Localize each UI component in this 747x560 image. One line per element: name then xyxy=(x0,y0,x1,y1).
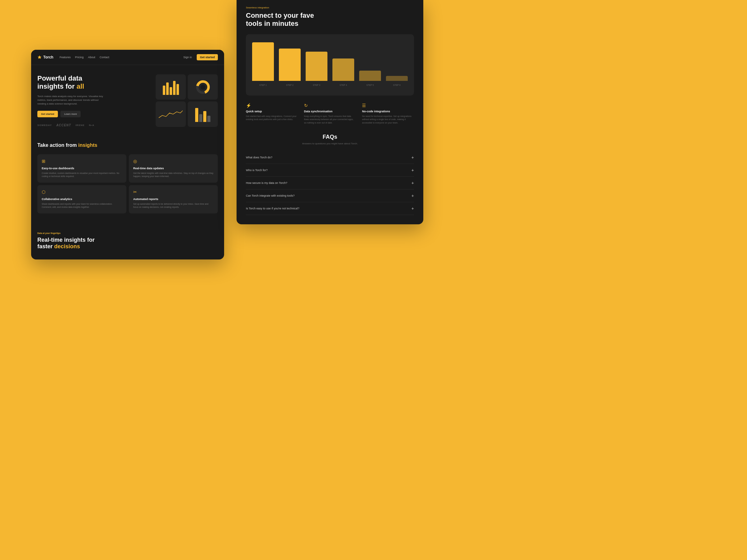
mini-bar-2 xyxy=(166,82,169,95)
faq-item-4[interactable]: Can Torch integrate with existing tools?… xyxy=(246,189,414,202)
torch-logo-icon xyxy=(37,55,42,59)
faq-plus-2: + xyxy=(411,168,414,173)
bar-label-5: STEP 5 xyxy=(359,84,381,86)
learn-more-button[interactable]: Learn more xyxy=(60,111,81,117)
reports-desc: Set up automated reports to be delivered… xyxy=(133,203,213,209)
mini-donut-chart-card xyxy=(188,74,218,100)
feature-card-reports: ✂ Automated reports Set up automated rep… xyxy=(129,185,218,213)
data-sync-title: Data synchronisation xyxy=(304,110,356,113)
feature-quick-setup: ⚡ Quick setup Get started fast with easy… xyxy=(246,103,298,125)
faq-question-3: How secure is my data on Torch? xyxy=(246,181,287,185)
brand-irene: IRENE xyxy=(75,124,84,127)
integration-title: Connect to your favetools in minutes xyxy=(246,11,414,28)
bar-group-3 xyxy=(306,52,328,81)
brand-accent: Accent xyxy=(56,124,71,127)
hero-section: Powerful data insights for all Torch mak… xyxy=(31,65,224,133)
dashboards-icon: ⊞ xyxy=(42,159,122,164)
navbar: Torch Features Pricing About Contact Sig… xyxy=(31,50,224,65)
small-bar-4 xyxy=(207,116,210,122)
faq-item-5[interactable]: Is Torch easy to use if you're not techn… xyxy=(246,202,414,215)
reports-title: Automated reports xyxy=(133,197,213,201)
faq-question-4: Can Torch integrate with existing tools? xyxy=(246,194,294,197)
bar-group-5 xyxy=(359,71,381,81)
mini-line-chart-card xyxy=(156,101,186,127)
nav-links: Features Pricing About Contact xyxy=(59,56,181,59)
bar-label-2: STEP 2 xyxy=(279,84,301,86)
nav-link-features[interactable]: Features xyxy=(59,56,71,59)
features-icons-row: ⚡ Quick setup Get started fast with easy… xyxy=(236,103,423,125)
nav-logo: Torch xyxy=(37,55,53,59)
dashboards-desc: Create intuitive, custom dashboards to v… xyxy=(42,172,122,178)
no-code-title: No-code integrations xyxy=(362,110,414,113)
no-code-icon: ☰ xyxy=(362,103,414,108)
bar-label-3: STEP 3 xyxy=(306,84,328,86)
quick-setup-desc: Get started fast with easy integrations.… xyxy=(246,115,298,121)
bar-1 xyxy=(252,42,274,81)
bar-group-4 xyxy=(332,58,354,81)
mini-small-bars xyxy=(195,106,210,122)
faq-title: FAQs xyxy=(246,134,414,140)
bar-group-1 xyxy=(252,42,274,81)
right-panel: Seamless integration Connect to your fav… xyxy=(236,0,423,224)
brand-na: n•a xyxy=(89,124,94,127)
nav-link-about[interactable]: About xyxy=(88,56,96,59)
faq-plus-5: + xyxy=(411,206,414,211)
realtime-desc: Get the latest insights with real-time d… xyxy=(133,172,213,178)
feature-card-realtime: ◎ Real-time data updates Get the latest … xyxy=(129,154,218,183)
data-sync-icon: ↻ xyxy=(304,103,356,108)
no-code-desc: No need for technical expertise. Set up … xyxy=(362,115,414,125)
faq-plus-4: + xyxy=(411,193,414,198)
bar-6 xyxy=(386,76,408,81)
faq-question-5: Is Torch easy to use if you're not techn… xyxy=(246,207,300,210)
mini-bar-3 xyxy=(170,87,172,95)
faq-item-2[interactable]: Who is Torch for? + xyxy=(246,164,414,177)
svg-point-2 xyxy=(201,85,205,89)
feature-card-dashboards: ⊞ Easy-to-use dashboards Create intuitiv… xyxy=(37,154,126,183)
nav-link-contact[interactable]: Contact xyxy=(100,56,109,59)
faq-plus-3: + xyxy=(411,181,414,185)
signin-button[interactable]: Sign in xyxy=(181,54,195,60)
realtime-title: Real-time data updates xyxy=(133,167,213,170)
nav-link-pricing[interactable]: Pricing xyxy=(75,56,84,59)
nav-logo-text: Torch xyxy=(43,55,53,59)
faq-question-2: Who is Torch for? xyxy=(246,169,268,172)
mini-donut-chart xyxy=(195,79,211,95)
bar-3 xyxy=(306,52,328,81)
integration-tag: Seamless integration xyxy=(246,6,414,9)
bar-2 xyxy=(279,49,301,81)
mini-bar-chart xyxy=(163,79,179,95)
mini-bar-4 xyxy=(173,81,176,95)
hero-title: Powerful data insights for all xyxy=(37,74,149,91)
bar-label-1: STEP 1 xyxy=(252,84,274,86)
bar-label-6: STEP 6 xyxy=(386,84,408,86)
big-bar-chart xyxy=(252,41,408,81)
integration-section: Seamless integration Connect to your fav… xyxy=(236,0,423,28)
hero-buttons: Get started Learn more xyxy=(37,111,149,117)
faq-item-1[interactable]: What does Torch do? + xyxy=(246,151,414,164)
bottom-section: Data at your fingertips Real-time insigh… xyxy=(31,223,224,260)
nav-actions: Sign in Get started xyxy=(181,54,218,60)
mini-small-bars-card xyxy=(188,101,218,127)
bar-label-4: STEP 4 xyxy=(332,84,354,86)
big-chart-container: STEP 1 STEP 2 STEP 3 STEP 4 STEP 5 STEP … xyxy=(246,34,414,96)
mini-bar-chart-card xyxy=(156,74,186,100)
faq-question-1: What does Torch do? xyxy=(246,156,272,159)
small-bar-2 xyxy=(199,114,202,122)
collab-icon: ⬡ xyxy=(42,189,122,194)
faq-section: FAQs Answers to questions you might have… xyxy=(236,134,423,215)
bar-labels: STEP 1 STEP 2 STEP 3 STEP 4 STEP 5 STEP … xyxy=(252,84,408,86)
hero-charts xyxy=(156,74,218,127)
hero-description: Torch makes data analysis easy for every… xyxy=(37,95,106,106)
hero-content: Powerful data insights for all Torch mak… xyxy=(37,74,149,127)
left-panel: Torch Features Pricing About Contact Sig… xyxy=(31,50,224,260)
quick-setup-icon: ⚡ xyxy=(246,103,298,108)
get-started-button[interactable]: Get started xyxy=(37,111,58,117)
bar-group-2 xyxy=(279,49,301,81)
features-section: Take action from insights ⊞ Easy-to-use … xyxy=(31,133,224,223)
small-bar-1 xyxy=(195,108,198,122)
faq-item-3[interactable]: How secure is my data on Torch? + xyxy=(246,177,414,189)
bottom-tag: Data at your fingertips xyxy=(37,232,218,234)
reports-icon: ✂ xyxy=(133,189,213,194)
get-started-nav-button[interactable]: Get started xyxy=(197,54,218,60)
small-bar-3 xyxy=(203,111,206,122)
